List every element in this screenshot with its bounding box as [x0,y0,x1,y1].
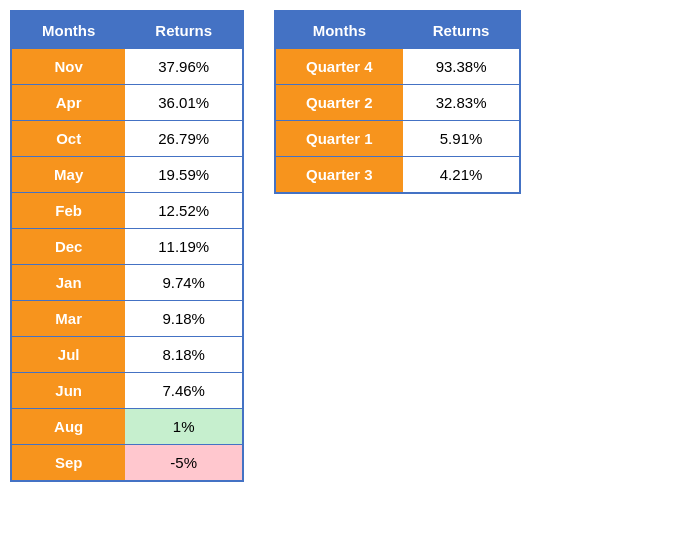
monthly-returns-table: Months Returns Nov37.96%Apr36.01%Oct26.7… [10,10,244,482]
table-row: Mar9.18% [12,301,242,337]
table2-returns-header: Returns [403,12,520,49]
table-row: Quarter 232.83% [276,85,519,121]
month-cell: Dec [12,229,125,265]
return-cell: 9.74% [125,265,242,301]
return-cell: 37.96% [125,49,242,85]
quarter-cell: Quarter 2 [276,85,403,121]
table-row: Jul8.18% [12,337,242,373]
table-row: Quarter 15.91% [276,121,519,157]
return-cell: 93.38% [403,49,520,85]
return-cell: 7.46% [125,373,242,409]
table-row: Jun7.46% [12,373,242,409]
quarter-cell: Quarter 3 [276,157,403,193]
table-row: Nov37.96% [12,49,242,85]
table-row: May19.59% [12,157,242,193]
month-cell: Nov [12,49,125,85]
month-cell: Jan [12,265,125,301]
quarter-cell: Quarter 4 [276,49,403,85]
table-row: Jan9.74% [12,265,242,301]
table-row: Oct26.79% [12,121,242,157]
table1-returns-header: Returns [125,12,242,49]
return-cell: 1% [125,409,242,445]
month-cell: Oct [12,121,125,157]
return-cell: 5.91% [403,121,520,157]
quarter-cell: Quarter 1 [276,121,403,157]
month-cell: Apr [12,85,125,121]
month-cell: Mar [12,301,125,337]
return-cell: 8.18% [125,337,242,373]
table1-months-header: Months [12,12,125,49]
table-row: Aug1% [12,409,242,445]
month-cell: Jul [12,337,125,373]
table-row: Sep-5% [12,445,242,481]
table-row: Feb12.52% [12,193,242,229]
month-cell: Jun [12,373,125,409]
return-cell: 32.83% [403,85,520,121]
month-cell: Aug [12,409,125,445]
return-cell: 9.18% [125,301,242,337]
return-cell: 11.19% [125,229,242,265]
table2-months-header: Months [276,12,403,49]
table-row: Dec11.19% [12,229,242,265]
return-cell: 26.79% [125,121,242,157]
return-cell: 4.21% [403,157,520,193]
month-cell: Sep [12,445,125,481]
table-row: Apr36.01% [12,85,242,121]
quarterly-returns-table: Months Returns Quarter 493.38%Quarter 23… [274,10,521,194]
table-row: Quarter 493.38% [276,49,519,85]
month-cell: Feb [12,193,125,229]
return-cell: 19.59% [125,157,242,193]
table-row: Quarter 34.21% [276,157,519,193]
return-cell: -5% [125,445,242,481]
month-cell: May [12,157,125,193]
return-cell: 12.52% [125,193,242,229]
return-cell: 36.01% [125,85,242,121]
